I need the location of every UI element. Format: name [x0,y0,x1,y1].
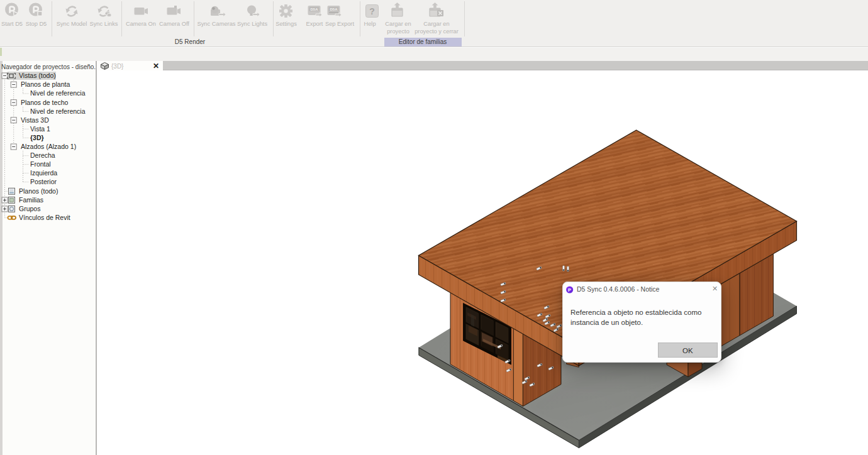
svg-text:P: P [568,287,571,293]
svg-text:?: ? [369,6,375,16]
svg-text:D5A: D5A [330,8,338,11]
svg-text:D5A: D5A [310,8,318,11]
